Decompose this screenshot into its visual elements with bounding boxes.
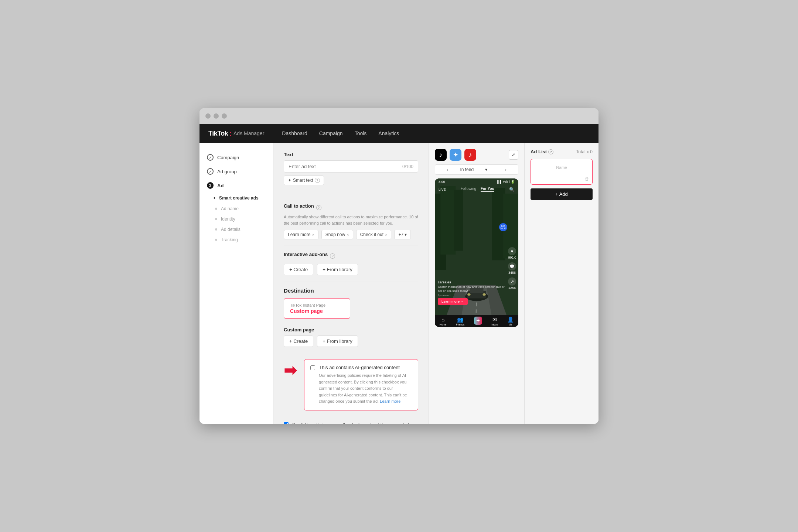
app-icon-tiktok[interactable]: ♪ (435, 149, 447, 161)
nav-create[interactable]: + (474, 317, 482, 326)
ad-list-info-icon[interactable]: ? (548, 149, 553, 154)
sidebar-subitem-tracking[interactable]: Tracking (200, 235, 273, 245)
phone-time: 8:00 (439, 180, 445, 184)
dot-ad-details (215, 228, 217, 231)
destination-card[interactable]: TikTok Instant Page Custom page (284, 298, 350, 319)
cta-tag-shop-now-label: Shop now (325, 232, 345, 237)
consent-checkbox[interactable] (284, 422, 289, 424)
sponsored-label: Sponsored (438, 294, 505, 297)
custom-page-library-button[interactable]: + From library (317, 335, 358, 347)
search-icon[interactable]: 🔍 (509, 187, 515, 192)
inbox-label: Inbox (491, 323, 498, 326)
nav-analytics[interactable]: Analytics (378, 129, 399, 138)
cta-tag-learn-more-close[interactable]: × (312, 232, 314, 237)
cta-tags-row: Learn more × Shop now × Check it out × +… (284, 230, 418, 239)
nav-campaign[interactable]: Campaign (319, 129, 343, 138)
expand-button[interactable]: ⤢ (509, 150, 518, 160)
addon-label-row: Interactive add-ons ? (284, 252, 418, 260)
shares-count: 1256 (508, 286, 516, 290)
smart-text-info-icon[interactable]: ? (315, 178, 320, 183)
phone-icons: ▌▌ WiFi 🔋 (497, 180, 515, 184)
nav-dashboard[interactable]: Dashboard (282, 129, 307, 138)
consent-section: By clicking this box, you allow for the … (284, 422, 418, 424)
ai-learn-more-link[interactable]: Learn more (380, 399, 400, 403)
ai-content-label[interactable]: This ad contains AI-generated content Ou… (310, 365, 412, 405)
sidebar-label-smart-creative: Smart creative ads (219, 195, 259, 201)
ad-card-delete-icon[interactable]: 🗑 (585, 176, 589, 181)
cta-tag-shop-now-close[interactable]: × (347, 232, 349, 237)
text-section-label: Text (284, 152, 418, 157)
friends-icon: 👥 (457, 317, 463, 323)
learn-more-button[interactable]: Learn more → (438, 298, 468, 305)
cta-tag-learn-more[interactable]: Learn more × (284, 230, 318, 239)
sidebar-subitem-ad-name[interactable]: Ad name (200, 204, 273, 214)
logo-dot: : (229, 129, 232, 138)
sidebar-subitem-identity[interactable]: Identity (200, 214, 273, 224)
traffic-light-maximize[interactable] (222, 113, 227, 119)
share-button[interactable]: ↗ 1256 (508, 277, 516, 290)
cta-tag-check-it-out[interactable]: Check it out × (356, 230, 392, 239)
traffic-light-minimize[interactable] (214, 113, 219, 119)
feed-label: In feed (458, 167, 476, 172)
app-window: TikTok : Ads Manager Dashboard Campaign … (200, 108, 598, 424)
feed-nav-prev[interactable]: ‹ (439, 167, 456, 173)
add-ad-button[interactable]: + Add (531, 188, 593, 200)
addon-library-button[interactable]: + From library (317, 264, 358, 275)
addon-label: Interactive add-ons (284, 252, 328, 257)
app-icon-blue[interactable]: ✦ (450, 149, 461, 161)
custom-page-label: Custom page (284, 327, 418, 332)
preview-panel: ♪ ✦ ♪ ⤢ ‹ In feed ▾ › 8:00 ▌▌ WiFi 🔋 LIV… (429, 143, 525, 424)
nav-me[interactable]: 👤 Me (507, 317, 514, 326)
nav-inbox[interactable]: ✉ Inbox (491, 317, 498, 326)
traffic-light-close[interactable] (205, 113, 211, 119)
sidebar-item-campaign[interactable]: ✓ Campaign (200, 150, 273, 164)
like-button[interactable]: ♥ 991K (508, 247, 516, 259)
dot-identity (215, 218, 217, 220)
destination-section: Destination TikTok Instant Page Custom p… (284, 287, 418, 347)
chevron-feed-icon: ▾ (478, 167, 495, 172)
ad-text-input[interactable] (289, 164, 402, 169)
feed-selector[interactable]: ‹ In feed ▾ › (435, 164, 518, 175)
ai-content-title: This ad contains AI-generated content (319, 365, 412, 370)
sidebar: ✓ Campaign ✓ Ad group 3 Ad • Smart creat… (200, 143, 273, 424)
feed-nav-next[interactable]: › (497, 167, 515, 173)
custom-page-create-button[interactable]: + Create (284, 335, 313, 347)
check-icon-campaign: ✓ (207, 154, 214, 161)
sidebar-label-ad-name: Ad name (221, 206, 239, 211)
red-arrow-container: ➡ (284, 363, 297, 378)
dot-ad-name (215, 208, 217, 210)
cta-label: Call to action (284, 203, 314, 209)
text-input-row[interactable]: 0/100 (284, 160, 418, 173)
form-area: Text 0/100 ✦ Smart text ? Call to action… (273, 143, 429, 424)
sidebar-label-ad: Ad (217, 183, 224, 188)
addon-info-icon[interactable]: ? (330, 253, 335, 259)
smart-text-button[interactable]: ✦ Smart text ? (284, 175, 324, 185)
sidebar-label-tracking: Tracking (221, 237, 238, 242)
nav-home[interactable]: ⌂ Home (440, 317, 447, 326)
inbox-icon: ✉ (492, 317, 497, 323)
cta-tag-check-it-out-close[interactable]: × (385, 232, 387, 237)
cta-tag-shop-now[interactable]: Shop now × (321, 230, 353, 239)
comment-button[interactable]: 💬 3456 (508, 262, 516, 274)
cta-info-icon[interactable]: ? (316, 205, 321, 210)
ad-badge-text: CAR SALES (499, 225, 507, 229)
addon-create-button[interactable]: + Create (284, 264, 313, 275)
nav-tools[interactable]: Tools (355, 129, 367, 138)
cta-label-row: Call to action ? (284, 203, 418, 212)
ai-content-checkbox[interactable] (310, 365, 315, 370)
sidebar-item-adgroup[interactable]: ✓ Ad group (200, 164, 273, 178)
cta-tag-learn-more-label: Learn more (288, 232, 310, 237)
nav-friends[interactable]: 👥 Friends (456, 317, 464, 326)
logo-tiktok-text: TikTok (208, 130, 228, 137)
heart-icon: ♥ (508, 247, 516, 255)
sidebar-subitem-smart-creative[interactable]: • Smart creative ads (200, 192, 273, 204)
app-icon-red[interactable]: ♪ (464, 149, 476, 161)
cta-section: Call to action ? Automatically show diff… (284, 203, 418, 239)
main-content: ✓ Campaign ✓ Ad group 3 Ad • Smart creat… (200, 143, 598, 424)
cta-tag-more[interactable]: +7 ▾ (394, 230, 411, 239)
title-bar (200, 108, 598, 124)
sidebar-item-ad[interactable]: 3 Ad (200, 178, 273, 192)
sidebar-subitem-ad-details[interactable]: Ad details (200, 224, 273, 235)
phone-nav-bar: LIVE Following For You 🔍 (435, 185, 518, 194)
ad-badge: CAR SALES (499, 223, 507, 231)
